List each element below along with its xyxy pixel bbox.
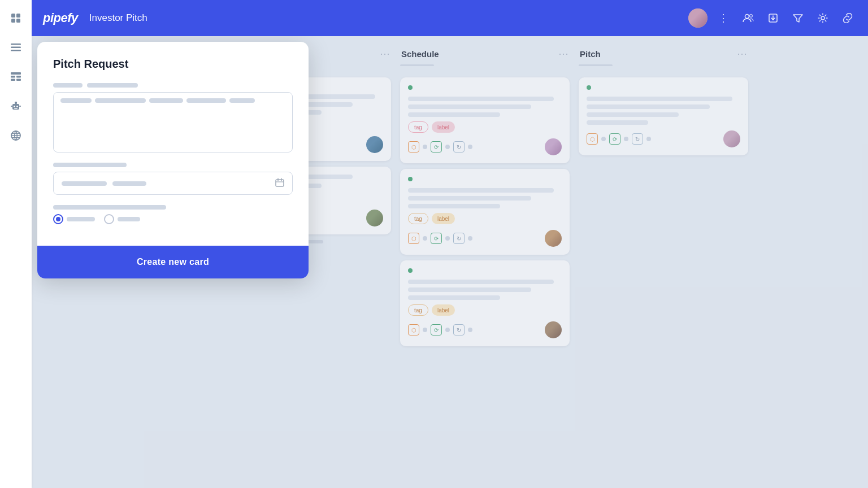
card-line: [587, 112, 679, 117]
card-line: [408, 188, 554, 193]
card-line: [408, 280, 554, 284]
column-header-pitch: Pitch ⋯: [579, 47, 748, 64]
placeholder-bar: [149, 98, 183, 103]
form-field-date: [53, 163, 293, 195]
svg-rect-10: [11, 79, 15, 81]
card-dot: [624, 137, 628, 141]
card-avatar: [723, 130, 740, 147]
card-dot: [445, 145, 450, 149]
column-menu-pitch[interactable]: ⋯: [737, 47, 747, 60]
import-icon[interactable]: [764, 9, 782, 27]
dot-green: [408, 177, 413, 181]
settings-icon[interactable]: [814, 9, 832, 27]
sidebar-item-robot[interactable]: [7, 97, 25, 115]
card-icon: ⟳: [609, 133, 620, 145]
card-dot: [468, 145, 472, 149]
filter-icon[interactable]: [789, 9, 807, 27]
svg-rect-13: [15, 102, 17, 104]
card-tags: tag label: [408, 213, 562, 224]
create-card-modal: Pitch Request: [37, 42, 309, 278]
svg-rect-4: [11, 43, 21, 45]
svg-rect-6: [11, 50, 21, 51]
create-new-card-button[interactable]: Create new card: [37, 246, 309, 278]
card-schedule-1[interactable]: tag label ⬡ ⟳ ↻: [400, 77, 570, 163]
card-line: [587, 97, 732, 101]
sidebar-item-table[interactable]: [7, 68, 25, 86]
card-schedule-3[interactable]: tag label ⬡ ⟳ ↻: [400, 260, 570, 346]
card-dot: [423, 328, 427, 332]
card-footer: ⬡ ⟳ ↻: [408, 138, 562, 155]
header-title: Investor Pitch: [89, 12, 147, 24]
card-icon: ↻: [453, 141, 465, 152]
svg-point-21: [750, 15, 753, 18]
sidebar-item-list[interactable]: [7, 38, 25, 56]
form-field-radio: [53, 205, 293, 224]
card-dot: [423, 236, 427, 241]
card-avatar: [545, 230, 562, 247]
card-icon: ↻: [453, 324, 465, 336]
tag: tag: [408, 304, 428, 316]
radio-item-1[interactable]: [53, 214, 95, 224]
card-avatar: [366, 136, 383, 153]
column-menu-schedule[interactable]: ⋯: [558, 47, 568, 60]
card-dot: [423, 145, 427, 149]
form-label-status: [53, 83, 293, 88]
card-icon: ⬡: [587, 133, 598, 145]
radio-group: [53, 214, 293, 224]
calendar-icon: [275, 178, 284, 189]
form-field-status: [53, 83, 293, 152]
radio-item-2[interactable]: [104, 214, 140, 224]
radio-circle-1[interactable]: [53, 214, 63, 224]
svg-rect-0: [11, 14, 15, 18]
card-schedule-2[interactable]: tag label ⬡ ⟳ ↻: [400, 169, 570, 255]
label-bar-2: [87, 83, 138, 88]
card-line: [408, 97, 554, 101]
placeholder-bar: [95, 98, 146, 103]
logo: pipefy: [43, 11, 78, 25]
card-icon: ↻: [453, 233, 465, 244]
card-line: [408, 104, 531, 109]
card-line: [408, 295, 500, 300]
card-footer: ⬡ ⟳ ↻: [408, 321, 562, 338]
svg-point-23: [821, 16, 824, 20]
card-line: [587, 120, 648, 125]
svg-rect-1: [16, 14, 20, 18]
card-footer: ⬡ ⟳ ↻: [408, 230, 562, 247]
card-pitch-1[interactable]: ⬡ ⟳ ↻: [579, 77, 748, 155]
column-underline-schedule: [400, 64, 434, 66]
radio-label-bar-1: [67, 217, 95, 221]
card-dot: [468, 236, 472, 241]
card-avatar: [366, 210, 383, 226]
radio-circle-2[interactable]: [104, 214, 114, 224]
card-dot: [468, 328, 472, 332]
card-icon: ⬡: [408, 233, 419, 244]
dot-green: [408, 85, 413, 90]
label-bar-radio: [53, 205, 166, 210]
tag: tag: [408, 213, 428, 224]
dot-green: [408, 268, 413, 273]
link-icon[interactable]: [839, 9, 857, 27]
card-dot: [601, 137, 606, 141]
user-avatar[interactable]: [688, 8, 708, 28]
tag: label: [432, 213, 455, 224]
date-input[interactable]: [53, 172, 293, 195]
more-menu-icon[interactable]: ⋮: [714, 9, 732, 27]
date-bar-1: [62, 181, 107, 186]
textarea-container[interactable]: [53, 92, 293, 152]
sidebar-item-globe[interactable]: [7, 127, 25, 145]
svg-point-15: [16, 106, 18, 107]
users-icon[interactable]: [739, 9, 757, 27]
column-menu-first-analysis[interactable]: ⋯: [380, 47, 390, 60]
card-icons: ⬡ ⟳ ↻: [587, 133, 651, 145]
placeholder-bar: [229, 98, 255, 103]
tag: tag: [408, 121, 428, 133]
sidebar: [0, 0, 32, 488]
card-footer: ⬡ ⟳ ↻: [587, 130, 740, 147]
svg-rect-3: [16, 19, 20, 23]
card-line: [408, 204, 500, 208]
sidebar-item-grid[interactable]: [7, 9, 25, 27]
radio-label-bar-2: [118, 217, 140, 221]
card-line: [408, 287, 531, 292]
svg-rect-9: [16, 76, 21, 78]
card-line: [408, 196, 531, 201]
